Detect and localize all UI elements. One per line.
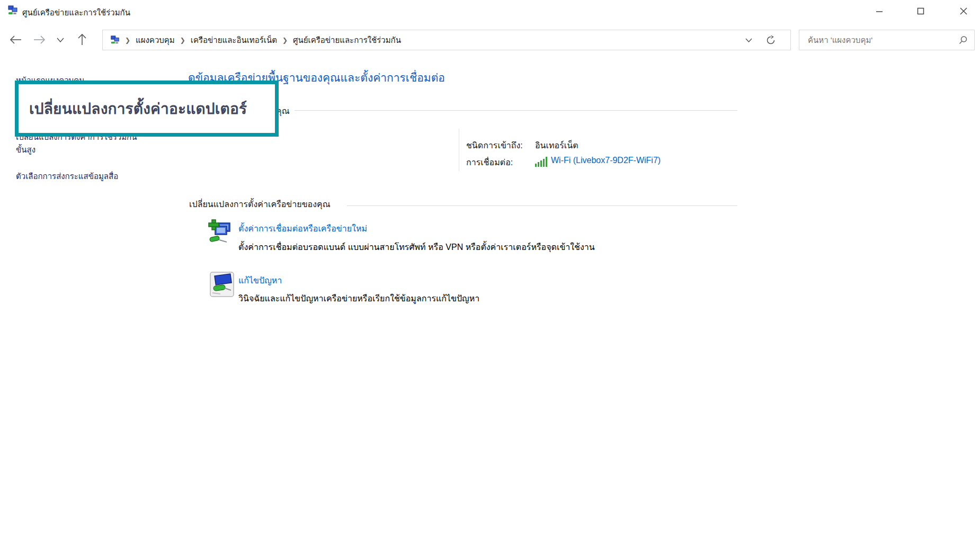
search-icon[interactable] xyxy=(958,35,968,45)
forward-button[interactable] xyxy=(30,31,48,49)
section-divider xyxy=(295,110,737,111)
access-type-value: อินเทอร์เน็ต xyxy=(535,139,578,152)
address-dropdown-button[interactable] xyxy=(745,38,752,42)
chevron-down-icon xyxy=(57,38,64,42)
sidebar-item-change-adapter-settings[interactable]: เปลี่ยนแปลงการตั้งค่าอะแดปเตอร์ xyxy=(29,97,247,120)
maximize-icon xyxy=(917,7,924,15)
minimize-button[interactable] xyxy=(863,0,895,22)
networking-settings-section-title: เปลี่ยนแปลงการตั้งค่าเครือข่ายของคุณ xyxy=(189,198,331,211)
setup-new-connection-link[interactable]: ตั้งค่าการเชื่อมต่อหรือเครือข่ายใหม่ xyxy=(238,222,367,235)
connections-label: การเชื่อมต่อ: xyxy=(466,156,513,169)
troubleshoot-problems-link[interactable]: แก้ไขปัญหา xyxy=(238,274,282,287)
wifi-signal-bars-icon xyxy=(535,157,547,167)
breadcrumb-separator: ❯ xyxy=(180,37,186,44)
breadcrumb-app-icon xyxy=(110,35,120,45)
breadcrumb-network-internet[interactable]: เครือข่ายและอินเทอร์เน็ต xyxy=(191,34,277,47)
wifi-connection-link[interactable]: Wi-Fi (Livebox7-9D2F-WiFi7) xyxy=(551,156,661,165)
troubleshoot-icon xyxy=(210,272,234,297)
refresh-button[interactable] xyxy=(766,35,776,45)
back-arrow-icon xyxy=(10,35,22,44)
forward-arrow-icon xyxy=(33,35,46,44)
breadcrumb-separator: ❯ xyxy=(282,37,288,44)
breadcrumb-separator: ❯ xyxy=(124,37,131,44)
maximize-button[interactable] xyxy=(905,0,937,22)
sidebar-item-media-streaming-options[interactable]: ตัวเลือกการส่งกระแสข้อมูลสื่อ xyxy=(16,170,118,183)
up-arrow-icon xyxy=(77,33,87,46)
app-icon xyxy=(7,5,18,16)
change-adapter-settings-highlight[interactable]: เปลี่ยนแปลงการตั้งค่าอะแดปเตอร์ xyxy=(15,80,279,137)
setup-new-connection-description: ตั้งค่าการเชื่อมต่อบรอดแบนด์ แบบผ่านสายโ… xyxy=(238,240,595,254)
search-input[interactable] xyxy=(807,35,958,45)
refresh-icon xyxy=(766,35,776,45)
breadcrumb-network-sharing-center[interactable]: ศูนย์เครือข่ายและการใช้ร่วมกัน xyxy=(293,34,401,47)
search-box[interactable] xyxy=(799,30,975,50)
chevron-down-icon xyxy=(745,38,752,42)
recent-pages-button[interactable] xyxy=(53,31,68,49)
back-button[interactable] xyxy=(7,31,25,49)
window-title: ศูนย์เครือข่ายและการใช้ร่วมกัน xyxy=(22,6,130,19)
minimize-icon xyxy=(876,7,883,15)
new-connection-icon xyxy=(207,219,234,246)
address-bar[interactable]: ❯ แผงควบคุม ❯ เครือข่ายและอินเทอร์เน็ต ❯… xyxy=(102,30,791,50)
active-network-separator xyxy=(459,129,459,171)
troubleshoot-problems-description: วินิจฉัยและแก้ไขปัญหาเครือข่ายหรือเรียกใ… xyxy=(238,292,479,305)
breadcrumb-control-panel[interactable]: แผงควบคุม xyxy=(136,34,175,47)
close-button[interactable] xyxy=(947,0,980,22)
section-divider xyxy=(347,205,737,206)
close-icon xyxy=(960,7,967,15)
up-button[interactable] xyxy=(73,31,91,49)
access-type-label: ชนิดการเข้าถึง: xyxy=(466,139,523,152)
